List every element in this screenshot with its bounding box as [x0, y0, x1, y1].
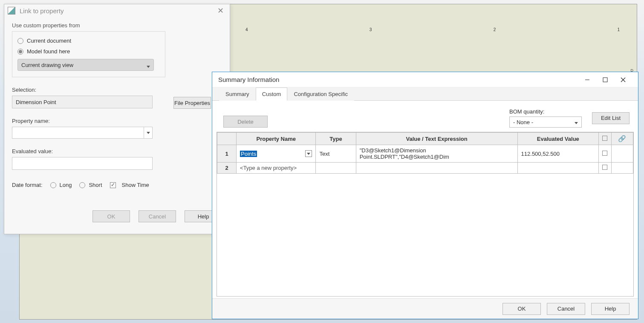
group-label: Use custom properties from	[12, 22, 222, 29]
drawing-ruler: 4 3 2 1	[233, 27, 632, 32]
radio-model-found-here[interactable]: Model found here	[17, 48, 160, 55]
selection-label: Selection:	[12, 87, 222, 93]
radio-label: Model found here	[27, 48, 70, 55]
model-source-combo[interactable]: Current drawing view	[17, 59, 154, 71]
svg-rect-1	[603, 78, 607, 82]
combo-value: Current drawing view	[21, 62, 73, 68]
evaluated-value-field	[12, 157, 153, 170]
cell-type[interactable]: Text	[316, 145, 356, 163]
property-name-label: Property name:	[12, 118, 222, 124]
header-row-number	[217, 133, 237, 145]
date-format-label: Date format:	[12, 182, 43, 188]
checkbox-icon	[110, 182, 116, 188]
chevron-down-icon[interactable]	[305, 150, 312, 157]
close-icon[interactable]	[614, 74, 632, 86]
properties-grid[interactable]: Property Name Type Value / Text Expressi…	[217, 132, 634, 297]
cell-link[interactable]	[611, 163, 633, 174]
cell-value: Points	[240, 151, 257, 157]
header-checkbox[interactable]	[599, 133, 612, 145]
checkbox-icon	[602, 165, 607, 170]
checkbox-icon	[602, 136, 607, 141]
header-property-name[interactable]: Property Name	[237, 133, 316, 145]
header-evaluated[interactable]: Evaluated Value	[517, 133, 598, 145]
radio-icon	[50, 182, 56, 188]
ok-button[interactable]: OK	[502, 303, 541, 315]
help-button[interactable]: Help	[591, 303, 630, 315]
dialog-titlebar[interactable]: Summary Information	[212, 72, 638, 87]
bom-quantity-label: BOM quantity:	[509, 108, 582, 115]
cell-type[interactable]	[316, 163, 356, 174]
cell-property-name[interactable]: Points	[237, 145, 316, 163]
radio-long[interactable]: Long	[50, 182, 72, 188]
chevron-down-icon	[144, 127, 152, 138]
radio-current-document[interactable]: Current document	[17, 38, 160, 44]
table-row[interactable]: 1 Points Text "D3@Sketch1@Dimension Poin…	[217, 145, 633, 163]
selection-value: Dimension Point	[16, 99, 56, 105]
bom-quantity-value: - None -	[513, 119, 533, 125]
edit-list-button[interactable]: Edit List	[592, 112, 630, 124]
cancel-button: Cancel	[139, 210, 176, 222]
radio-icon	[79, 182, 85, 188]
cell-evaluated: 112.500,52.500	[517, 145, 598, 163]
header-type[interactable]: Type	[316, 133, 356, 145]
cell-evaluated	[517, 163, 598, 174]
chevron-down-icon	[575, 119, 578, 125]
checkbox-icon	[602, 151, 607, 156]
radio-label: Current document	[27, 38, 71, 44]
checkbox-label: Show Time	[122, 182, 149, 188]
tab-configuration-specific[interactable]: Configuration Specific	[287, 87, 354, 101]
ruler-tick: 4	[245, 27, 248, 32]
dialog-footer: OK Cancel Help	[212, 298, 638, 319]
summary-information-dialog: Summary Information Summary Custom Confi…	[212, 72, 638, 319]
tab-summary[interactable]: Summary	[219, 87, 256, 101]
minimize-icon[interactable]	[578, 74, 596, 86]
selection-field[interactable]: Dimension Point	[12, 96, 153, 108]
cell-new-property[interactable]: <Type a new property>	[237, 163, 316, 174]
cell-checkbox[interactable]	[599, 145, 612, 163]
link-icon: 🔗	[618, 135, 626, 142]
ruler-tick: 2	[494, 27, 496, 32]
cell-checkbox[interactable]	[599, 163, 612, 174]
properties-from-group: Current document Model found here Curren…	[12, 31, 165, 77]
bom-quantity-combo[interactable]: - None -	[509, 116, 582, 128]
radio-short[interactable]: Short	[79, 182, 102, 188]
cell-expression[interactable]	[356, 163, 517, 174]
tab-custom[interactable]: Custom	[256, 87, 288, 101]
table-header-row: Property Name Type Value / Text Expressi…	[217, 133, 633, 145]
evaluated-value-label: Evaluated value:	[12, 148, 222, 154]
radio-label: Short	[89, 182, 102, 188]
header-value[interactable]: Value / Text Expression	[356, 133, 517, 145]
cell-link[interactable]	[611, 145, 633, 163]
close-icon[interactable]: ✕	[215, 6, 226, 15]
dialog-titlebar[interactable]: Link to property ✕	[4, 4, 230, 17]
app-icon	[8, 7, 15, 15]
dialog-title: Link to property	[20, 7, 215, 15]
property-name-combo[interactable]	[12, 127, 153, 139]
ok-button: OK	[92, 210, 130, 222]
header-link[interactable]: 🔗	[611, 133, 633, 145]
cell-expression[interactable]: "D3@Sketch1@Dimension Point.SLDPRT","D4@…	[356, 145, 517, 163]
tab-bar: Summary Custom Configuration Specific	[212, 87, 638, 101]
row-number: 1	[217, 145, 237, 163]
dialog-title: Summary Information	[218, 76, 578, 83]
radio-label: Long	[60, 182, 72, 188]
ruler-tick: 1	[617, 27, 620, 32]
checkbox-show-time[interactable]: Show Time	[110, 182, 149, 188]
chevron-down-icon	[147, 63, 150, 69]
delete-button[interactable]: Delete	[223, 116, 268, 128]
radio-icon	[17, 49, 23, 55]
file-properties-button[interactable]: File Properties	[173, 97, 211, 109]
maximize-icon[interactable]	[596, 74, 614, 86]
row-number: 2	[217, 163, 237, 174]
link-to-property-dialog: Link to property ✕ Use custom properties…	[4, 4, 230, 234]
ruler-tick: 3	[370, 27, 372, 32]
table-row[interactable]: 2 <Type a new property>	[217, 163, 633, 174]
radio-icon	[17, 38, 23, 44]
cancel-button[interactable]: Cancel	[547, 303, 585, 315]
